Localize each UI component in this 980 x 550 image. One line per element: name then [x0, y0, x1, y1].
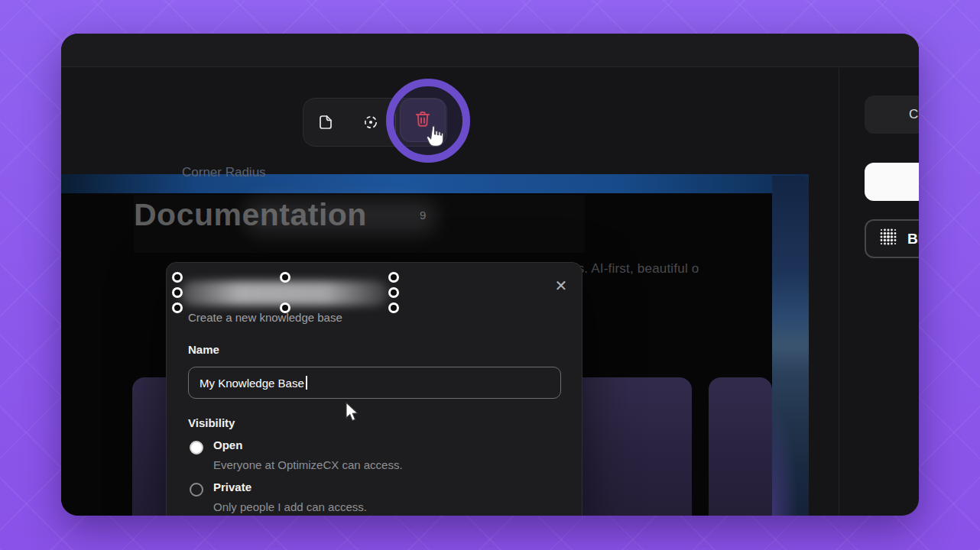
screenshot-sky-strip: [61, 174, 809, 193]
blur-dots-icon: [878, 227, 898, 251]
side-panel-divider: [839, 68, 839, 516]
focus-icon: [362, 113, 380, 134]
radio-open-description: Everyone at OptimizeCX can access.: [213, 458, 403, 471]
modal-subtitle: Create a new knowledge base: [188, 311, 342, 324]
selection-handle[interactable]: [172, 272, 183, 283]
app-window: Documentation 9 Mee kno eams. AI-first, …: [61, 34, 919, 516]
screenshot-card: [709, 377, 772, 516]
side-panel-top-button-label: C: [909, 107, 918, 122]
arrow-cursor: [343, 401, 360, 427]
selection-handle[interactable]: [388, 272, 399, 283]
selection-handle[interactable]: [172, 287, 183, 298]
blur-tool-label: Bl: [907, 231, 919, 247]
radio-private-description: Only people I add can access.: [213, 500, 367, 513]
page-icon: [316, 113, 335, 134]
radio-open[interactable]: [190, 441, 203, 455]
name-input-value: My Knowledge Base: [200, 377, 304, 390]
name-label: Name: [188, 343, 219, 356]
create-knowledge-base-modal: ✕ Create a new knowledge base Name My Kn…: [166, 262, 582, 516]
desktop-background: { "colors": { "background_purple": "#8b5…: [0, 0, 980, 550]
window-titlebar: [61, 34, 919, 67]
selection-handle[interactable]: [172, 302, 183, 313]
close-icon[interactable]: ✕: [550, 275, 572, 296]
hand-cursor: [423, 124, 449, 156]
visibility-label: Visibility: [188, 416, 235, 429]
radio-private[interactable]: [190, 483, 203, 497]
screenshot-wallpaper-edge: [772, 176, 809, 516]
side-panel-white-button[interactable]: [865, 163, 919, 201]
blur-tool-button[interactable]: Bl: [865, 219, 919, 258]
focus-button[interactable]: [353, 105, 388, 141]
text-caret: [306, 376, 307, 390]
page-button[interactable]: [308, 105, 343, 141]
radio-open-label[interactable]: Open: [213, 438, 242, 451]
screenshot-heading-superscript: 9: [420, 209, 426, 222]
selection-handle[interactable]: [388, 287, 399, 298]
selection-handle[interactable]: [388, 302, 399, 313]
radio-private-label[interactable]: Private: [213, 480, 251, 493]
side-panel-top-button[interactable]: C: [865, 95, 919, 134]
name-input[interactable]: My Knowledge Base: [188, 367, 561, 399]
heading-blur-smudge: [245, 200, 436, 234]
corner-radius-label: Corner Radius: [182, 165, 266, 180]
selection-handle[interactable]: [280, 272, 290, 283]
